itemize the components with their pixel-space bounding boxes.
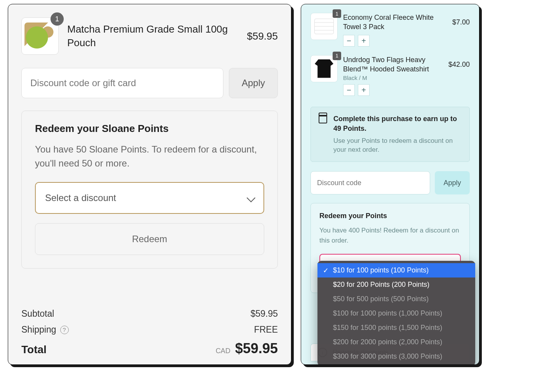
earn-title: Complete this purchase to earn up to 49 … xyxy=(333,114,462,134)
shipping-value: FREE xyxy=(254,324,278,335)
dropdown-option[interactable]: $10 for 100 points (100 Points) xyxy=(317,263,475,278)
discount-row: Apply xyxy=(310,171,470,194)
product-title: Matcha Premium Grade Small 100g Pouch xyxy=(67,23,238,50)
qty-badge: 1 xyxy=(333,9,341,18)
product-title: Undrdog Two Flags Heavy Blend™ Hooded Sw… xyxy=(343,55,443,74)
earn-points-banner: Complete this purchase to earn up to 49 … xyxy=(310,107,470,162)
product-info: Economy Coral Fleece White Towel 3 Pack … xyxy=(343,13,447,47)
select-discount-dropdown[interactable]: Select a discount xyxy=(35,182,264,214)
towel-image xyxy=(314,19,334,34)
checkout-panel-right: 1 Economy Coral Fleece White Towel 3 Pac… xyxy=(301,4,479,365)
redeem-points-box: Redeem your Sloane Points You have 50 Sl… xyxy=(21,111,278,269)
product-title: Economy Coral Fleece White Towel 3 Pack xyxy=(343,13,447,32)
product-thumbnail: 1 xyxy=(310,13,338,40)
dropdown-option[interactable]: $20 for 200 Points (200 Points) xyxy=(317,278,475,292)
redeem-desc: You have 400 Points! Redeem for a discou… xyxy=(319,225,461,245)
checkout-panel-left: 1 Matcha Premium Grade Small 100g Pouch … xyxy=(8,4,291,365)
redeem-button[interactable]: Redeem xyxy=(35,223,264,255)
discount-input[interactable] xyxy=(310,171,430,194)
total-value: $59.95 xyxy=(235,340,278,357)
product-price: $59.95 xyxy=(247,30,278,42)
redeem-title: Redeem your Points xyxy=(319,212,461,220)
discount-row: Apply xyxy=(21,68,278,98)
discount-input[interactable] xyxy=(21,68,223,98)
qty-badge: 1 xyxy=(51,12,64,26)
earn-subtitle: Use your Points to redeem a discount on … xyxy=(333,136,462,155)
qty-badge: 1 xyxy=(333,52,341,60)
shipping-row: Shipping ? FREE xyxy=(21,324,278,335)
dropdown-option: $150 for 1500 points (1,500 Points) xyxy=(317,321,475,335)
redeem-desc: You have 50 Sloane Points. To redeem for… xyxy=(35,142,264,170)
dropdown-option: $300 for 3000 points (3,000 Points) xyxy=(317,349,475,364)
product-thumbnail: 1 xyxy=(310,55,338,82)
quantity-stepper: − + xyxy=(343,35,447,47)
subtotal-value: $59.95 xyxy=(251,309,278,319)
increment-button[interactable]: + xyxy=(358,84,370,96)
product-thumbnail: 1 xyxy=(21,17,59,55)
dropdown-option: $100 for 1000 points (1,000 Points) xyxy=(317,306,475,321)
quantity-stepper: − + xyxy=(343,84,443,96)
increment-button[interactable]: + xyxy=(358,35,370,47)
product-price: $7.00 xyxy=(452,13,470,26)
select-discount-placeholder: Select a discount xyxy=(45,193,116,203)
chevron-down-icon xyxy=(247,194,256,203)
decrement-button[interactable]: − xyxy=(343,35,355,47)
dropdown-option: $50 for 500 points (500 Points) xyxy=(317,292,475,306)
discount-options-dropdown: $10 for 100 points (100 Points)$20 for 2… xyxy=(317,261,475,365)
total-label: Total xyxy=(21,343,47,356)
product-variant: Black / M xyxy=(343,75,443,81)
matcha-image xyxy=(24,23,56,50)
apply-button[interactable]: Apply xyxy=(435,171,470,194)
shipping-label: Shipping xyxy=(21,324,56,335)
subtotal-row: Subtotal $59.95 xyxy=(21,309,278,319)
cart-line: 1 Matcha Premium Grade Small 100g Pouch … xyxy=(21,17,278,55)
decrement-button[interactable]: − xyxy=(343,84,355,96)
cart-line: 1 Undrdog Two Flags Heavy Blend™ Hooded … xyxy=(310,55,470,96)
redeem-title: Redeem your Sloane Points xyxy=(35,123,264,135)
currency-code: CAD xyxy=(216,347,230,355)
apply-button[interactable]: Apply xyxy=(229,68,278,98)
grand-total-row: Total CAD $59.95 xyxy=(21,340,278,357)
subtotal-label: Subtotal xyxy=(21,309,54,319)
gift-icon xyxy=(319,115,327,123)
dropdown-option: $200 for 2000 points (2,000 Points) xyxy=(317,335,475,349)
help-icon[interactable]: ? xyxy=(60,326,69,334)
hoodie-image xyxy=(315,59,333,78)
order-totals: Subtotal $59.95 Shipping ? FREE Total CA… xyxy=(21,309,278,357)
product-price: $42.00 xyxy=(448,55,470,69)
product-info: Undrdog Two Flags Heavy Blend™ Hooded Sw… xyxy=(343,55,443,96)
cart-line: 1 Economy Coral Fleece White Towel 3 Pac… xyxy=(310,13,470,47)
